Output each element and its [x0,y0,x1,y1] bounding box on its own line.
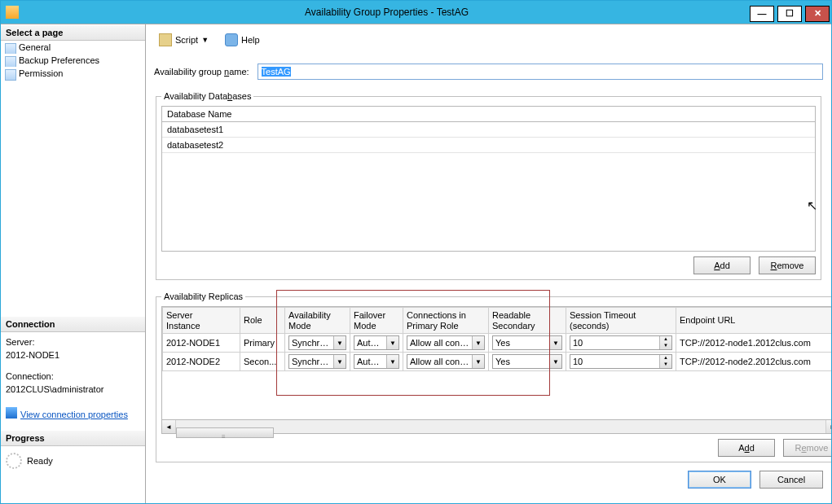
progress-spinner-icon [6,453,22,469]
minimize-button[interactable]: — [750,6,774,22]
cell-failover-mode[interactable]: Autom...▼ [350,334,403,353]
select-page-heading: Select a page [1,24,145,41]
cell-availability-mode[interactable]: Synchron...▼ [285,353,350,371]
chevron-down-icon: ▼ [201,36,209,44]
replicas-remove-button: Remove [783,439,831,457]
left-spacer [1,80,145,316]
window-title: Availability Group Properties - TestAG [25,7,748,18]
help-button[interactable]: Help [220,32,265,48]
toolbar: Script ▼ Help [154,29,823,50]
availability-replicas-group: Availability Replicas ServerInstance [156,291,831,462]
col-connections-primary[interactable]: Connections inPrimary Role [403,308,489,334]
cell-server: 2012-NODE1 [163,334,240,353]
chevron-down-icon[interactable]: ▼ [549,336,561,349]
dialog-window: Availability Group Properties - TestAG —… [0,0,832,504]
server-value: 2012-NODE1 [6,350,140,360]
cell-readable-secondary[interactable]: Yes▼ [489,353,566,371]
col-session-timeout[interactable]: Session Timeout(seconds) [566,308,676,334]
databases-add-button[interactable]: Add [693,256,751,274]
script-button[interactable]: Script ▼ [154,32,214,48]
ag-name-row: Availability group name: [154,64,823,80]
page-item-general[interactable]: General [1,41,145,54]
spin-down-icon[interactable]: ▼ [660,343,671,349]
chevron-down-icon[interactable]: ▼ [333,336,346,349]
cell-endpoint-url: TCP://2012-node2.2012clus.com [676,353,832,371]
cell-failover-mode[interactable]: Autom...▼ [350,353,403,371]
maximize-button[interactable]: ☐ [777,6,802,22]
help-icon [225,33,238,46]
right-pane: Script ▼ Help Availability group name: A… [146,24,831,503]
progress-status: Ready [27,456,53,466]
cell-role: Primary [240,334,285,353]
database-row[interactable]: databasetest1 [162,122,815,138]
chevron-down-icon[interactable]: ▼ [472,355,484,368]
page-item-permission[interactable]: Permission [1,67,145,80]
chevron-down-icon[interactable]: ▼ [472,336,484,349]
left-pane: Select a page General Backup Preferences… [1,24,146,503]
progress-heading: Progress [1,430,145,446]
window-controls: — ☐ ✕ [748,3,831,22]
cell-role: Secon... [240,353,285,371]
spin-down-icon[interactable]: ▼ [660,362,671,368]
databases-remove-button[interactable]: Remove [759,256,816,274]
connection-value: 2012CLUS\administrator [6,384,140,394]
replica-row[interactable]: 2012-NODE2Secon...Synchron...▼Autom...▼A… [163,353,832,371]
col-endpoint-url[interactable]: Endpoint URL [676,308,832,334]
col-failover-mode[interactable]: FailoverMode [350,308,403,334]
dialog-body: Select a page General Backup Preferences… [1,24,831,503]
chevron-down-icon[interactable]: ▼ [386,355,398,368]
page-list: General Backup Preferences Permission [1,41,145,80]
col-readable-secondary[interactable]: ReadableSecondary [489,308,566,334]
chevron-down-icon[interactable]: ▼ [333,355,346,368]
network-icon [6,407,17,419]
col-availability-mode[interactable]: AvailabilityMode [285,308,350,334]
page-item-backup-preferences[interactable]: Backup Preferences [1,54,145,67]
ok-button[interactable]: OK [688,471,751,489]
script-icon [159,33,172,46]
cell-connections-primary[interactable]: Allow all conne...▼ [403,353,489,371]
view-connection-properties-link[interactable]: View connection properties [20,410,128,419]
scroll-left-icon[interactable]: ◄ [162,420,176,433]
replicas-add-button[interactable]: Add [718,439,775,457]
cell-session-timeout[interactable]: 10▲▼ [566,334,676,353]
replicas-table-wrapper[interactable]: ServerInstance Role AvailabilityMode Fai… [161,306,831,420]
spin-up-icon[interactable]: ▲ [660,355,671,362]
scroll-thumb[interactable] [176,427,274,438]
replicas-header-row: ServerInstance Role AvailabilityMode Fai… [163,308,832,334]
progress-box: Ready [1,446,145,503]
ag-name-label: Availability group name: [154,67,249,77]
availability-databases-legend: Availability Databases [161,91,253,101]
title-bar: Availability Group Properties - TestAG —… [1,1,831,24]
cell-session-timeout[interactable]: 10▲▼ [566,353,676,371]
cell-readable-secondary[interactable]: Yes▼ [489,334,566,353]
server-label: Server: [6,337,140,347]
connection-label: Connection: [6,371,140,381]
spin-up-icon[interactable]: ▲ [660,336,671,343]
replicas-table: ServerInstance Role AvailabilityMode Fai… [162,307,831,371]
dialog-footer: OK Cancel [154,462,823,490]
replica-row[interactable]: 2012-NODE1PrimarySynchron...▼Autom...▼Al… [163,334,832,353]
app-icon [6,6,19,19]
database-row[interactable]: databasetest2 [162,138,815,153]
databases-list[interactable]: databasetest1 databasetest2 [162,122,815,251]
chevron-down-icon[interactable]: ▼ [549,355,561,368]
help-label: Help [241,35,260,45]
availability-databases-group: Availability Databases Database Name dat… [156,91,821,280]
databases-table: Database Name databasetest1 databasetest… [161,106,816,252]
close-button[interactable]: ✕ [805,6,830,22]
col-role[interactable]: Role [240,308,285,334]
cell-availability-mode[interactable]: Synchron...▼ [285,334,350,353]
replicas-horizontal-scrollbar[interactable]: ◄ ► [161,420,831,434]
chevron-down-icon[interactable]: ▼ [386,336,398,349]
cell-server: 2012-NODE2 [163,353,240,371]
cell-endpoint-url: TCP://2012-node1.2012clus.com [676,334,832,353]
cell-connections-primary[interactable]: Allow all conne...▼ [403,334,489,353]
databases-header: Database Name [162,107,815,122]
scroll-right-icon[interactable]: ► [825,420,831,433]
availability-replicas-legend: Availability Replicas [161,291,245,301]
ag-name-input[interactable] [258,64,823,80]
connection-heading: Connection [1,316,145,332]
cancel-button[interactable]: Cancel [759,471,823,489]
col-server[interactable]: ServerInstance [163,308,240,334]
script-label: Script [175,35,198,45]
